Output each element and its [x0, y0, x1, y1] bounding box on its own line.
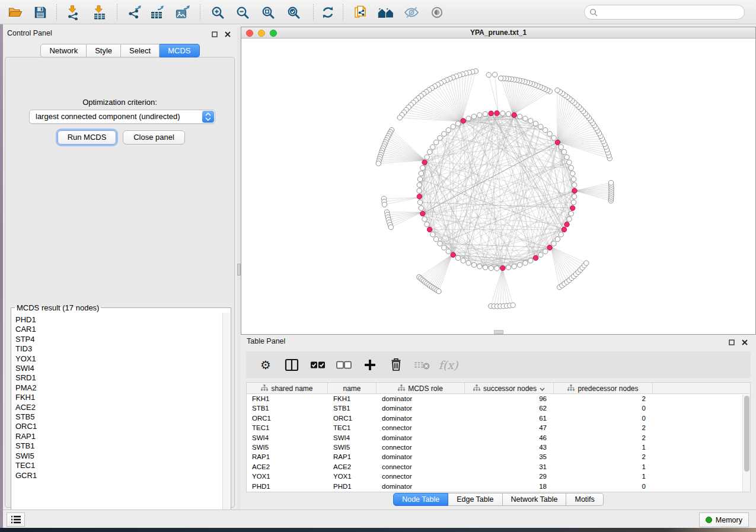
graph-node[interactable]: [446, 127, 451, 132]
graph-node[interactable]: [543, 127, 548, 132]
table-scrollbar[interactable]: [742, 395, 750, 492]
graph-node[interactable]: [466, 116, 471, 121]
mcds-result-item[interactable]: RAP1: [15, 432, 222, 441]
mcds-result-item[interactable]: ACE2: [15, 403, 222, 412]
graph-node-mcds[interactable]: [461, 118, 465, 123]
graph-node[interactable]: [433, 140, 438, 145]
table-row[interactable]: RAP1RAP1dominator352: [247, 452, 750, 462]
graph-node[interactable]: [506, 111, 511, 116]
graph-node[interactable]: [486, 72, 491, 77]
close-panel-button[interactable]: [224, 31, 231, 37]
graph-node[interactable]: [528, 118, 533, 123]
graph-node-mcds[interactable]: [555, 140, 560, 145]
graph-node[interactable]: [567, 217, 572, 222]
tab-mcds[interactable]: MCDS: [160, 44, 199, 57]
graph-node-mcds[interactable]: [512, 113, 516, 117]
graph-node[interactable]: [608, 180, 613, 185]
graph-node[interactable]: [397, 115, 402, 120]
graph-node[interactable]: [571, 177, 576, 181]
graph-node[interactable]: [417, 182, 422, 187]
graph-node[interactable]: [376, 161, 381, 166]
graph-node[interactable]: [547, 132, 552, 136]
graph-node[interactable]: [422, 217, 427, 222]
table-settings-button[interactable]: ⚙: [257, 356, 275, 374]
graph-node-mcds[interactable]: [489, 111, 493, 116]
graph-node[interactable]: [382, 202, 387, 207]
graph-node[interactable]: [417, 200, 422, 204]
graph-node[interactable]: [442, 132, 446, 136]
first-neighbors-button[interactable]: [375, 4, 397, 21]
graph-node[interactable]: [417, 188, 422, 193]
graph-node[interactable]: [427, 149, 432, 154]
graph-node[interactable]: [559, 145, 563, 149]
mcds-result-item[interactable]: TID3: [15, 344, 222, 354]
table-row[interactable]: YOX1YOX1connector291: [247, 472, 750, 481]
close-window-button[interactable]: [246, 30, 253, 37]
graph-node[interactable]: [466, 261, 471, 265]
table-scrollbar-thumb[interactable]: [744, 396, 749, 472]
graph-node-mcds[interactable]: [420, 211, 425, 216]
open-file-button[interactable]: [5, 4, 26, 21]
graph-node[interactable]: [492, 72, 497, 77]
graph-node[interactable]: [517, 114, 522, 119]
graph-node[interactable]: [511, 303, 515, 307]
graph-node[interactable]: [564, 155, 569, 159]
graph-node[interactable]: [584, 261, 589, 265]
export-network-button[interactable]: [124, 4, 145, 21]
graph-node-mcds[interactable]: [422, 160, 427, 165]
graph-node[interactable]: [569, 211, 573, 216]
graph-node[interactable]: [571, 200, 576, 204]
graph-node[interactable]: [523, 116, 528, 121]
table-row[interactable]: SWI4SWI4dominator462: [247, 433, 750, 443]
tab-select[interactable]: Select: [121, 44, 160, 57]
graph-node[interactable]: [489, 265, 493, 270]
export-table-button[interactable]: [146, 4, 168, 21]
graph-node[interactable]: [567, 160, 572, 165]
float-panel-button[interactable]: [211, 31, 218, 37]
column-header-name[interactable]: name: [328, 383, 377, 394]
tab-network[interactable]: Network: [40, 44, 87, 57]
table-row[interactable]: PHD1PHD1dominator180: [247, 482, 750, 491]
graph-node-mcds[interactable]: [547, 245, 552, 250]
graph-node-mcds[interactable]: [451, 252, 455, 257]
graph-node[interactable]: [471, 262, 476, 267]
graph-node-mcds[interactable]: [570, 206, 575, 210]
column-header-predecessor-nodes[interactable]: predecessor nodes: [554, 383, 653, 394]
graph-node[interactable]: [451, 124, 455, 129]
graph-node[interactable]: [506, 265, 511, 270]
graph-node[interactable]: [438, 241, 442, 246]
column-header-successor-nodes[interactable]: successor nodes: [465, 383, 554, 394]
graph-node-mcds[interactable]: [562, 227, 566, 232]
table-row[interactable]: ACE2ACE2connector311: [247, 462, 750, 472]
save-session-button[interactable]: [30, 4, 51, 21]
graph-node[interactable]: [555, 88, 560, 92]
graph-node[interactable]: [538, 252, 543, 257]
tab-style[interactable]: Style: [87, 44, 121, 57]
graph-node[interactable]: [420, 165, 425, 170]
delete-column-button[interactable]: [387, 356, 405, 374]
mcds-result-item[interactable]: SWI4: [15, 364, 222, 373]
graph-node[interactable]: [425, 222, 429, 227]
graph-node[interactable]: [570, 171, 575, 176]
graph-node[interactable]: [543, 249, 548, 254]
graph-node-mcds[interactable]: [572, 188, 577, 193]
graph-node[interactable]: [483, 111, 487, 116]
graph-node[interactable]: [572, 194, 576, 199]
graph-node[interactable]: [388, 225, 393, 229]
tab-motifs[interactable]: Motifs: [566, 493, 603, 506]
column-header-MCDS-role[interactable]: MCDS role: [377, 383, 465, 394]
float-table-panel-button[interactable]: [728, 339, 735, 345]
graph-node[interactable]: [433, 237, 438, 242]
graph-node-mcds[interactable]: [427, 227, 432, 232]
mcds-result-item[interactable]: GCR1: [15, 471, 222, 480]
graph-node[interactable]: [538, 124, 543, 129]
graph-node[interactable]: [500, 111, 505, 116]
graph-node[interactable]: [430, 145, 435, 149]
zoom-selected-button[interactable]: [283, 4, 304, 21]
show-columns-button[interactable]: [283, 356, 301, 374]
mcds-result-item[interactable]: ORC1: [15, 422, 222, 431]
mcds-result-item[interactable]: PHD1: [15, 315, 222, 325]
graph-node[interactable]: [528, 258, 533, 263]
graph-node[interactable]: [533, 121, 538, 126]
graph-node[interactable]: [446, 249, 451, 254]
